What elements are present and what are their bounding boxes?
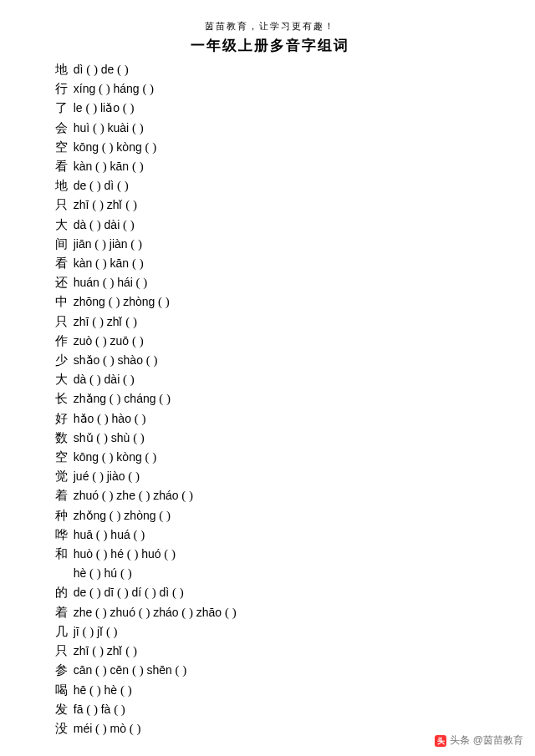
hanzi: 看: [55, 157, 70, 176]
worksheet-row: 参 cān ( ) cēn ( ) shēn ( ): [55, 661, 485, 680]
worksheet-row: 只 zhī ( ) zhǐ ( ): [55, 642, 485, 661]
worksheet-row: 大 dà ( ) dài ( ): [55, 216, 485, 235]
hanzi: 作: [55, 332, 70, 351]
pinyin: shào: [118, 353, 143, 367]
hanzi: 还: [55, 273, 70, 292]
pinyin: dà: [74, 218, 87, 231]
pinyin: dà: [74, 373, 87, 386]
pinyin: kuài: [107, 121, 129, 134]
hanzi: 长: [55, 389, 70, 408]
worksheet-row: 只 zhī ( ) zhǐ ( ): [55, 195, 485, 215]
pinyin: hào: [112, 412, 131, 425]
pinyin: hē: [74, 683, 87, 697]
pinyin: hè: [104, 683, 118, 697]
hanzi: 哗: [55, 525, 70, 545]
hanzi: 种: [55, 506, 70, 525]
pinyin: cēn: [110, 663, 130, 677]
hanzi: 地: [55, 60, 70, 79]
worksheet-row: 还 huán ( ) hái ( ): [55, 273, 485, 292]
pinyin: jī: [74, 625, 79, 638]
pinyin: huó: [141, 547, 160, 561]
worksheet-row: 发 fā ( ) fà ( ): [55, 700, 485, 719]
pinyin: zhī: [74, 198, 89, 211]
header-small: 茵苗教育，让学习更有趣！: [55, 20, 485, 33]
pinyin: zhī: [74, 644, 89, 657]
hanzi: 地: [55, 176, 70, 195]
hanzi: 喝: [55, 681, 70, 700]
pinyin: hè: [74, 566, 87, 580]
pinyin: hái: [117, 276, 133, 289]
pinyin: zuō: [110, 334, 130, 348]
worksheet-row: 空 kōng ( ) kòng ( ): [55, 138, 485, 157]
hanzi: 会: [55, 119, 70, 138]
worksheet-row: 好 hǎo ( ) hào ( ): [55, 409, 485, 429]
hanzi: 只: [55, 312, 70, 332]
hanzi: 行: [55, 79, 70, 99]
pinyin: méi: [74, 722, 93, 735]
hanzi: 只: [55, 195, 70, 215]
pinyin: cān: [74, 663, 93, 677]
pinyin: zhe: [116, 489, 135, 502]
worksheet-row: 长 zhǎng ( ) cháng ( ): [55, 389, 485, 408]
pinyin: mò: [110, 722, 126, 735]
pinyin: zháo: [153, 606, 178, 619]
pinyin: shù: [111, 431, 130, 444]
hanzi: 觉: [55, 467, 70, 486]
worksheet-row: 数 shǔ ( ) shù ( ): [55, 429, 485, 448]
pinyin: de: [101, 63, 115, 76]
worksheet-row: 几 jī ( ) jǐ ( ): [55, 622, 485, 642]
pinyin: dì: [159, 586, 169, 599]
pinyin: zhuó: [74, 489, 99, 502]
worksheet-row: 地 de ( ) dì ( ): [55, 176, 485, 195]
worksheet-body: 地 dì ( ) de ( ) 行 xíng ( ) háng ( ) 了 le…: [55, 60, 485, 738]
pinyin: hé: [110, 547, 124, 561]
pinyin: kòng: [116, 140, 141, 154]
worksheet-row: 和 huò ( ) hé ( ) huó ( ): [55, 545, 485, 564]
pinyin: jǐ: [97, 625, 103, 638]
pinyin: shǔ: [74, 431, 94, 444]
worksheet-row: 觉 jué ( ) jiào ( ): [55, 467, 485, 486]
hanzi: 参: [55, 661, 70, 680]
pinyin: hǎo: [74, 412, 94, 425]
worksheet-row: 没 méi ( ) mò ( ): [55, 719, 485, 738]
pinyin: huò: [74, 547, 93, 561]
pinyin: zhǐ: [107, 644, 123, 657]
worksheet-row: 了 le ( ) liǎo ( ): [55, 99, 485, 118]
footer-at: @茵苗教育: [473, 734, 523, 746]
hanzi: 大: [55, 216, 70, 235]
hanzi: 着: [55, 486, 70, 505]
hanzi: 几: [55, 622, 70, 642]
pinyin: zhòng: [124, 509, 155, 522]
worksheet-row: hè ( ) hú ( ): [55, 564, 485, 583]
worksheet-row: 喝 hē ( ) hè ( ): [55, 681, 485, 700]
pinyin: shēn: [146, 663, 171, 677]
pinyin: huā: [74, 528, 93, 541]
worksheet-row: 中 zhōng ( ) zhòng ( ): [55, 292, 485, 312]
hanzi: 着: [55, 603, 70, 622]
pinyin: zhǒng: [74, 509, 106, 522]
worksheet-row: 行 xíng ( ) háng ( ): [55, 79, 485, 99]
hanzi: 空: [55, 138, 70, 157]
pinyin: háng: [113, 82, 139, 95]
worksheet-row: 空 kōng ( ) kòng ( ): [55, 448, 485, 467]
worksheet-row: 大 dà ( ) dài ( ): [55, 370, 485, 389]
worksheet-row: 地 dì ( ) de ( ): [55, 60, 485, 79]
toutiao-icon: 头: [435, 735, 446, 747]
pinyin: dài: [104, 373, 120, 386]
footer-prefix: 头条: [450, 734, 472, 746]
worksheet-row: 间 jiān ( ) jiàn ( ): [55, 235, 485, 254]
hanzi: 大: [55, 370, 70, 389]
pinyin: kàn: [74, 160, 93, 173]
pinyin: cháng: [124, 392, 155, 405]
pinyin: jiān: [74, 237, 92, 251]
hanzi: 好: [55, 409, 70, 429]
pinyin: jiàn: [110, 237, 128, 251]
pinyin: kōng: [74, 140, 99, 154]
worksheet-row: 哗 huā ( ) huá ( ): [55, 525, 485, 545]
pinyin: zhī: [74, 315, 89, 328]
pinyin: zhǎng: [74, 392, 106, 405]
pinyin: shǎo: [74, 353, 100, 367]
pinyin: xíng: [74, 82, 95, 95]
pinyin: dí: [132, 586, 142, 599]
pinyin: le: [74, 101, 83, 114]
